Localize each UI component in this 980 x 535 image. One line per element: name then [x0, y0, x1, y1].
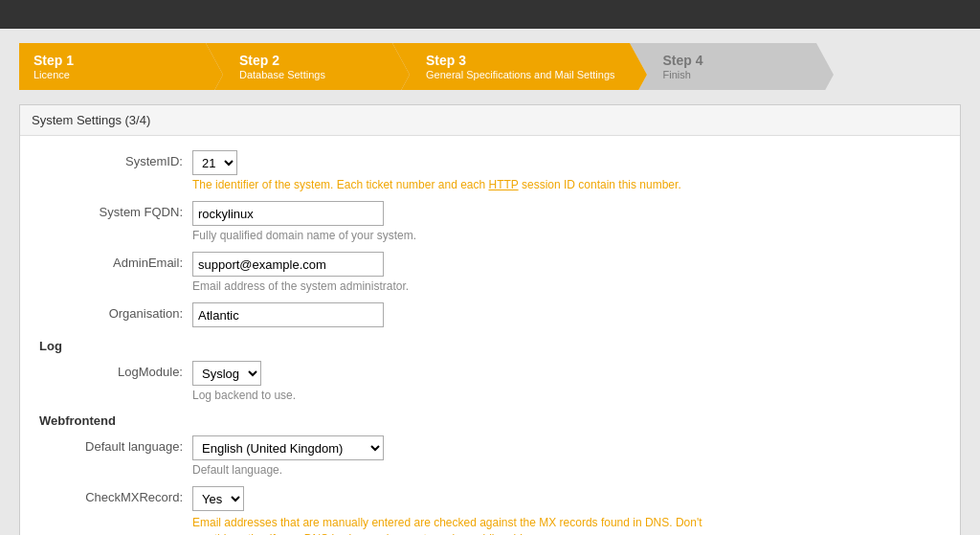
adminemail-content: Email address of the system administrato… — [192, 252, 941, 293]
adminemail-input[interactable] — [192, 252, 384, 277]
step-2: Step 2 Database Settings — [206, 43, 392, 90]
organisation-label: Organisation: — [39, 302, 192, 321]
webfrontend-section-header: Webfrontend — [39, 413, 941, 428]
defaultlang-select[interactable]: English (United Kingdom) — [192, 435, 384, 460]
adminemail-hint: Email address of the system administrato… — [192, 279, 941, 293]
defaultlang-hint: Default language. — [192, 463, 941, 477]
systemid-row: SystemID: 21 The identifier of the syste… — [39, 150, 941, 191]
step-4: Step 4 Finish — [630, 43, 816, 90]
organisation-row: Organisation: — [39, 302, 941, 327]
step-3-number: Step 3 — [426, 53, 615, 68]
systemid-hint: The identifier of the system. Each ticke… — [192, 178, 941, 191]
step-2-number: Step 2 — [239, 53, 378, 68]
step-1-label: Licence — [33, 69, 191, 80]
checkmx-select[interactable]: Yes No — [192, 486, 244, 511]
checkmx-label: CheckMXRecord: — [39, 486, 192, 504]
systemid-label: SystemID: — [39, 150, 192, 168]
panel-body: SystemID: 21 The identifier of the syste… — [20, 136, 960, 535]
checkmx-content: Yes No Email addresses that are manually… — [192, 486, 941, 535]
steps-progress: Step 1 Licence Step 2 Database Settings … — [19, 43, 961, 90]
log-section-header: Log — [39, 339, 941, 353]
step-3-label: General Specifications and Mail Settings — [426, 69, 615, 80]
systemfqdn-hint: Fully qualified domain name of your syst… — [192, 229, 941, 242]
systemfqdn-input[interactable] — [192, 201, 384, 226]
step-2-label: Database Settings — [239, 69, 378, 80]
top-bar — [0, 0, 980, 29]
step-1: Step 1 Licence — [19, 43, 206, 90]
systemfqdn-content: Fully qualified domain name of your syst… — [192, 201, 941, 242]
panel-title: System Settings (3/4) — [20, 105, 960, 136]
systemfqdn-label: System FQDN: — [39, 201, 192, 219]
organisation-input[interactable] — [192, 302, 384, 327]
logmodule-content: Syslog Log backend to use. — [192, 361, 941, 402]
content-panel: System Settings (3/4) SystemID: 21 The i… — [19, 104, 961, 535]
main-container: Step 1 Licence Step 2 Database Settings … — [0, 29, 980, 535]
organisation-content — [192, 302, 941, 327]
step-3: Step 3 General Specifications and Mail S… — [392, 43, 630, 90]
checkmx-row: CheckMXRecord: Yes No Email addresses th… — [39, 486, 941, 535]
defaultlang-content: English (United Kingdom) Default languag… — [192, 435, 941, 477]
adminemail-row: AdminEmail: Email address of the system … — [39, 252, 941, 293]
logmodule-label: LogModule: — [39, 361, 192, 379]
step-1-number: Step 1 — [33, 53, 191, 68]
logmodule-hint: Log backend to use. — [192, 389, 941, 402]
systemid-content: 21 The identifier of the system. Each ti… — [192, 150, 941, 191]
checkmx-hint: Email addresses that are manually entere… — [192, 515, 719, 535]
logmodule-row: LogModule: Syslog Log backend to use. — [39, 361, 941, 402]
systemfqdn-row: System FQDN: Fully qualified domain name… — [39, 201, 941, 242]
step-4-number: Step 4 — [663, 53, 802, 68]
adminemail-label: AdminEmail: — [39, 252, 192, 270]
defaultlang-label: Default language: — [39, 435, 192, 454]
step-4-label: Finish — [663, 69, 802, 80]
defaultlang-row: Default language: English (United Kingdo… — [39, 435, 941, 477]
logmodule-select[interactable]: Syslog — [192, 361, 261, 386]
systemid-select[interactable]: 21 — [192, 150, 237, 175]
